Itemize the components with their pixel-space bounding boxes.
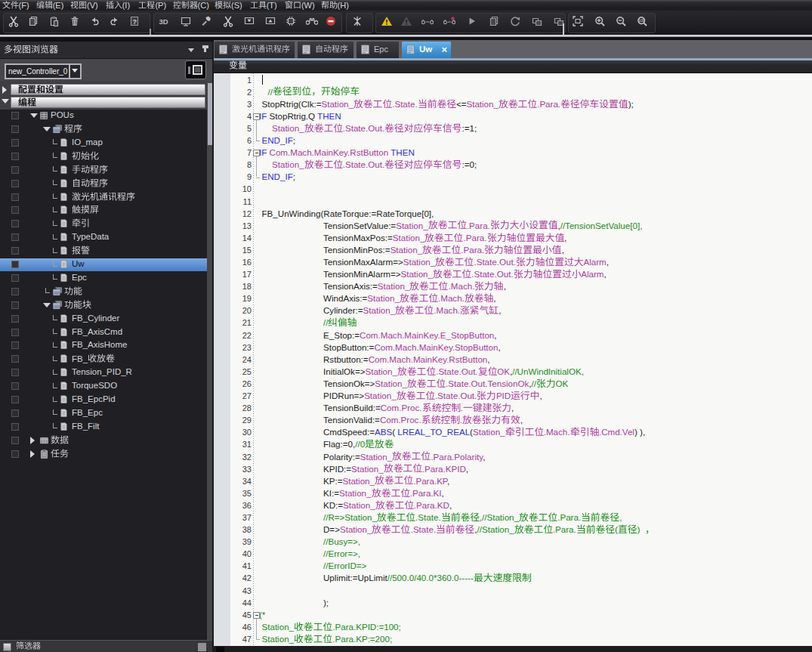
svg-text:3D: 3D	[159, 17, 168, 26]
svg-text:?: ?	[132, 17, 137, 26]
svg-text:100: 100	[639, 19, 645, 23]
